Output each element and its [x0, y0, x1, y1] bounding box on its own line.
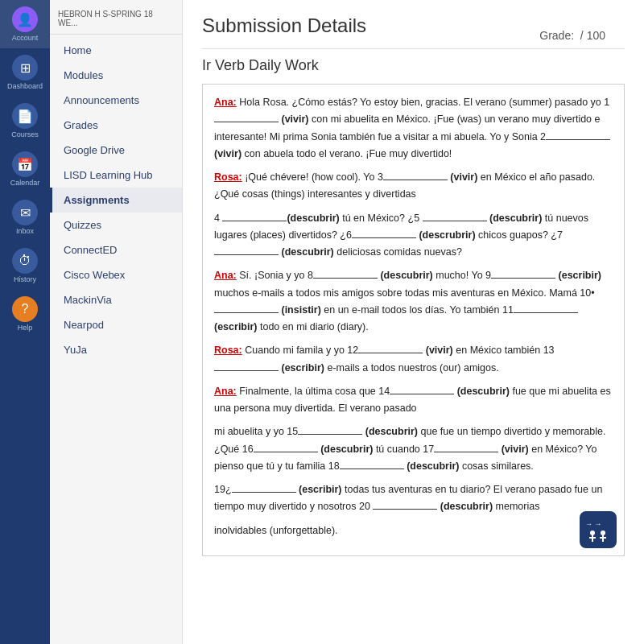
blank-12: [358, 353, 423, 353]
account-label: Account: [12, 34, 39, 42]
grade-label: Grade:: [539, 29, 574, 42]
para-6: Ana: Finalmente, la última cosa que 14 (…: [214, 383, 613, 418]
sidebar: 👤 Account ⊞ Dashboard 📄 Courses 📅 Calend…: [0, 0, 50, 644]
blank-11: [514, 312, 578, 313]
courses-label: Courses: [11, 130, 39, 138]
nav-item-modules[interactable]: Modules: [50, 63, 182, 88]
verb-7: (descubrir): [281, 246, 333, 258]
passage-wrapper: Ana: Hola Rosa. ¿Cómo estás? Yo estoy bi…: [202, 84, 625, 556]
nav-item-lisd-hub[interactable]: LISD Learning Hub: [50, 163, 182, 188]
nav-item-cisco[interactable]: Cisco Webex: [50, 262, 182, 287]
page-header: Submission Details Grade: / 100: [202, 14, 625, 49]
verb-19: (escribir): [299, 484, 342, 495]
blank-8: [313, 278, 378, 279]
verb-10: (insistir): [281, 304, 320, 316]
passage-box: Ana: Hola Rosa. ¿Cómo estás? Yo estoy bi…: [202, 84, 625, 556]
blank-18: [340, 469, 404, 469]
accessibility-icon[interactable]: → →: [580, 511, 617, 548]
assignment-subtitle: Ir Verb Daily Work: [202, 57, 625, 74]
blank-5: [423, 221, 487, 221]
dashboard-label: Dashboard: [7, 82, 43, 90]
main-content: Submission Details Grade: / 100 Ir Verb …: [183, 0, 644, 644]
accessibility-svg: → →: [584, 515, 613, 544]
courses-icon: 📄: [12, 103, 38, 129]
verb-4: (descubrir): [287, 213, 339, 224]
verb-16: (descubrir): [320, 444, 373, 455]
verb-3: (vivir): [450, 171, 477, 183]
nav-item-mackin[interactable]: MackinVia: [50, 287, 182, 312]
verb-11: (escribir): [214, 321, 258, 332]
verb-12: (vivir): [426, 345, 453, 356]
verb-1: (vivir): [281, 114, 308, 125]
verb-18: (descubrir): [407, 460, 459, 472]
blank-15: [298, 434, 362, 435]
blank-9: [491, 278, 555, 279]
inbox-label: Inbox: [16, 227, 34, 235]
verb-5: (descubrir): [489, 213, 542, 224]
blank-17: [434, 452, 498, 452]
nav-item-nearpod[interactable]: Nearpod: [50, 312, 182, 337]
sidebar-item-dashboard[interactable]: ⊞ Dashboard: [0, 48, 50, 97]
sidebar-item-history[interactable]: ⏱ History: [0, 242, 50, 290]
para-9: inolvidables (unforgettable).: [214, 522, 613, 539]
verb-6: (descrubrir): [419, 229, 475, 241]
verb-17: (vivir): [502, 444, 529, 455]
blank-1: [214, 122, 279, 122]
nav-item-grades[interactable]: Grades: [50, 113, 182, 138]
speaker-rosa-1: Rosa:: [214, 171, 242, 183]
calendar-icon: 📅: [12, 151, 38, 177]
svg-point-1: [590, 530, 595, 535]
para-2: Rosa: ¡Qué chévere! (how cool). Yo 3 (vi…: [214, 169, 613, 204]
sidebar-item-account[interactable]: 👤 Account: [0, 0, 50, 48]
speaker-rosa-2: Rosa:: [214, 345, 242, 356]
para-1: Ana: Hola Rosa. ¿Cómo estás? Yo estoy bi…: [214, 94, 613, 163]
para-7: mi abuelita y yo 15 (descubrir) que fue …: [214, 423, 613, 475]
history-icon: ⏱: [12, 248, 38, 274]
nav-item-assignments[interactable]: Assignments: [50, 188, 182, 213]
calendar-label: Calendar: [10, 179, 40, 187]
nav-header: HEBRON H S-SPRING 18 WE...: [50, 6, 182, 35]
para-4: Ana: Sí. ¡Sonia y yo 8 (descubrir) mucho…: [214, 267, 613, 336]
account-icon: 👤: [12, 6, 38, 32]
svg-text:→ →: → →: [585, 520, 602, 528]
sidebar-item-help[interactable]: ? Help: [0, 290, 50, 338]
inbox-icon: ✉: [12, 200, 38, 225]
nav-item-google-drive[interactable]: Google Drive: [50, 138, 182, 163]
speaker-ana-1: Ana:: [214, 97, 237, 108]
dashboard-icon: ⊞: [12, 55, 38, 80]
sidebar-item-courses[interactable]: 📄 Courses: [0, 97, 50, 145]
svg-point-4: [601, 530, 605, 535]
nav-item-announcements[interactable]: Announcements: [50, 88, 182, 113]
speaker-ana-3: Ana:: [214, 386, 237, 397]
blank-3: [383, 180, 448, 180]
blank-6: [352, 237, 416, 238]
nav-menu: HEBRON H S-SPRING 18 WE... Home Modules …: [50, 0, 183, 644]
nav-item-connected[interactable]: ConnectED: [50, 237, 182, 262]
verb-20: (descubrir): [440, 501, 493, 512]
blank-4: [222, 221, 287, 221]
blank-10: [214, 312, 279, 313]
blank-19: [232, 492, 296, 493]
para-8: 19¿ (escribir) todas tus aventuras en tu…: [214, 481, 613, 516]
para-5: Rosa: Cuando mi famila y yo 12 (vivir) e…: [214, 342, 613, 377]
blank-14: [390, 394, 454, 394]
sidebar-item-inbox[interactable]: ✉ Inbox: [0, 193, 50, 242]
blank-2: [546, 139, 610, 140]
help-label: Help: [18, 324, 33, 332]
nav-item-yuja[interactable]: YuJa: [50, 337, 182, 362]
blank-16: [254, 452, 318, 452]
verb-13: (escribir): [281, 362, 324, 374]
verb-2: (vivir): [214, 148, 242, 159]
verb-14: (descubrir): [457, 386, 510, 397]
nav-item-home[interactable]: Home: [50, 38, 182, 63]
blank-13: [214, 370, 279, 371]
verb-8: (descubrir): [380, 270, 432, 281]
sidebar-item-calendar[interactable]: 📅 Calendar: [0, 145, 50, 193]
para-3: 4 (descubrir) tú en México? ¿5 (descubri…: [214, 210, 613, 262]
grade-value: / 100: [580, 29, 605, 42]
blank-7: [214, 254, 279, 255]
nav-item-quizzes[interactable]: Quizzes: [50, 213, 182, 237]
grade-display: Grade: / 100: [539, 29, 605, 42]
blank-20: [373, 509, 437, 510]
verb-9: (escribir): [559, 270, 602, 281]
